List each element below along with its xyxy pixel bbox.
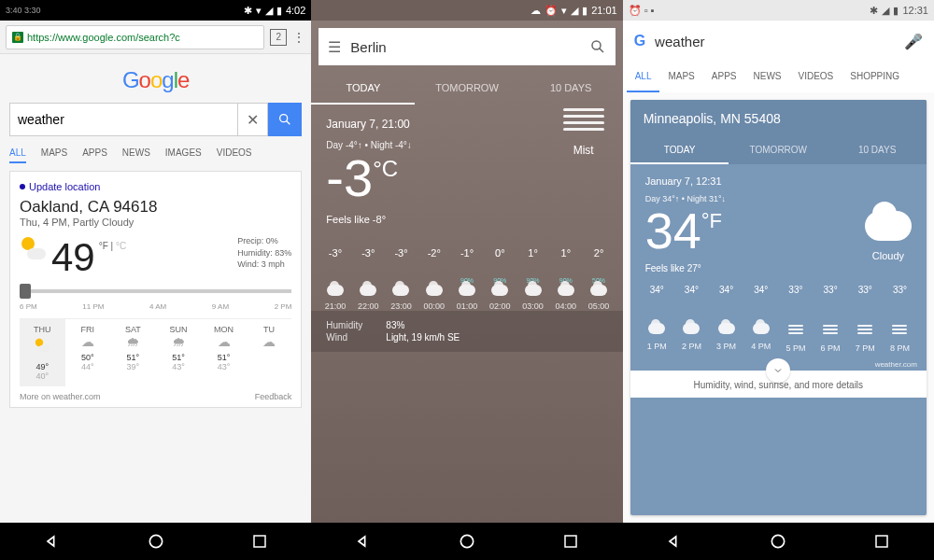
tab-news[interactable]: NEWS [122,147,150,163]
hour-temp: 33° [883,285,917,308]
phone-chrome-search: 3:40 3:30 ✱ ▾ ◢ ▮ 4:02 🔒 https://www.goo… [0,0,311,560]
tab-videos[interactable]: VIDEOS [789,62,842,92]
menu-icon[interactable]: ⋮ [292,30,305,45]
time-slider[interactable] [20,289,291,293]
clock: 4:02 [286,5,305,16]
tab-apps[interactable]: APPS [82,147,107,163]
tab-tomorrow[interactable]: TOMORROW [415,73,518,105]
home-button[interactable] [448,523,486,560]
home-button[interactable] [759,523,797,560]
details-expand[interactable]: Humidity, wind, sunrise, and more detail… [630,371,927,398]
cloud-icon [426,285,443,296]
tab-today[interactable]: TODAY [311,73,415,105]
datetime: January 7, 12:31 [645,175,912,187]
back-button[interactable] [345,523,382,560]
tab-maps[interactable]: MAPS [41,147,67,163]
url-text: https://www.google.com/search?c [27,32,180,43]
signal-icon: ◢ [882,5,889,17]
tab-maps[interactable]: MAPS [659,62,702,92]
recent-button[interactable] [863,523,900,560]
weather-card: Minneapolis, MN 55408 TODAY TOMORROW 10 … [630,100,927,515]
tab-10days[interactable]: 10 DAYS [519,73,623,105]
status-bar: 3:40 3:30 ✱ ▾ ◢ ▮ 4:02 [0,0,311,21]
tab-shopping[interactable]: SHOPPING [842,62,908,92]
svg-point-8 [772,535,785,547]
weather-card: Update location Oakland, CA 94618 Thu, 4… [9,171,302,408]
tab-today[interactable]: TODAY [630,137,729,164]
day-fri[interactable]: FRI☁50°44° [65,319,111,386]
back-button[interactable] [656,523,693,560]
unit-toggle[interactable]: °F | °C [99,241,127,251]
tab-apps[interactable]: APPS [703,62,745,92]
day-sun[interactable]: SUN🌧51°43° [156,319,202,386]
tab-all[interactable]: ALL [9,147,26,163]
mist-icon [892,323,907,336]
cloud-icon [718,323,735,334]
search-input[interactable] [9,103,238,136]
day-mon[interactable]: MON☁51°43° [201,319,247,386]
hour-cell: 3 PM [709,323,743,353]
day-sat[interactable]: SAT🌧51°39° [110,319,156,386]
card-footer: More on weather.com Feedback [20,386,291,401]
day-thu[interactable]: THU49°40° [20,319,65,386]
hour-temp: 33° [848,285,883,308]
day-night: Day 34°↑ • Night 31°↓ [645,194,912,203]
tab-tomorrow[interactable]: TOMORROW [729,137,828,164]
battery-icon: ▮ [893,5,899,17]
search-icon[interactable] [589,38,606,55]
cloud-icon: ☁ [531,5,541,17]
tab-all[interactable]: ALL [627,62,660,92]
cloudy-icon [865,211,912,241]
mist-icon [823,323,838,336]
url-field[interactable]: 🔒 https://www.google.com/search?c [6,25,264,49]
recent-button[interactable] [552,523,589,560]
hourly-strip[interactable]: -3°21:00-3°22:00-3°23:00-2°00:00-1°90%01… [311,247,622,311]
hour-temp: 34° [674,285,709,308]
status-bar: ☁ ⏰ ▾ ◢ ▮ 21:01 [311,0,622,21]
home-button[interactable] [137,523,175,560]
search-button[interactable] [268,103,302,136]
slider-thumb[interactable] [20,284,31,299]
tab-videos[interactable]: VIDEOS [217,147,252,163]
update-location-link[interactable]: Update location [20,181,291,192]
hour-cell: 1°90%03:00 [517,247,549,311]
hour-cell: -3°22:00 [352,247,385,311]
svg-rect-7 [565,536,576,547]
tab-images[interactable]: IMAGES [165,147,202,163]
temperature: -3 [326,152,373,204]
date-line: Thu, 4 PM, Partly Cloudy [20,217,291,228]
hourly-strip[interactable]: 1 PM2 PM3 PM4 PM5 PM6 PM7 PM8 PM [630,315,927,360]
page-body: Google ✕ ALL MAPS APPS NEWS IMAGES VIDEO… [0,54,311,523]
search-bar[interactable]: G weather 🎤 [623,21,934,62]
tab-news[interactable]: NEWS [744,62,789,92]
nav-bar [0,523,311,560]
search-input[interactable]: weather [655,34,895,49]
clock: 21:01 [591,5,617,16]
tabs-button[interactable]: 2 [270,29,287,46]
search-input[interactable]: Berlin [350,39,579,55]
cloud-icon [327,285,344,296]
clear-icon[interactable]: ✕ [238,103,268,136]
more-link[interactable]: More on weather.com [20,392,101,401]
mic-icon[interactable]: 🎤 [904,33,923,50]
cloud-icon [491,285,508,296]
hour-temp: 34° [743,285,778,308]
recent-button[interactable] [241,523,278,560]
back-button[interactable] [34,523,71,560]
forecast-tabs: TODAY TOMORROW 10 DAYS [311,73,622,105]
hour-cell: 2 PM [674,323,709,353]
condition: Cloudy [865,211,912,261]
feels-like: Feels like -8° [326,214,607,225]
weather-body: ☰ Berlin TODAY TOMORROW 10 DAYS January … [311,21,622,523]
cloud-icon [459,285,475,296]
day-tue[interactable]: TU☁ [247,319,292,386]
hour-temp: 33° [814,285,848,308]
lock-icon: 🔒 [12,32,23,43]
search-bar[interactable]: ☰ Berlin [318,28,615,65]
svg-rect-3 [254,536,265,547]
tab-10days[interactable]: 10 DAYS [828,137,927,164]
feedback-link[interactable]: Feedback [255,392,292,401]
menu-icon[interactable]: ☰ [328,38,341,56]
bluetooth-icon: ✱ [244,5,252,17]
hour-cell: 7 PM [848,323,883,353]
